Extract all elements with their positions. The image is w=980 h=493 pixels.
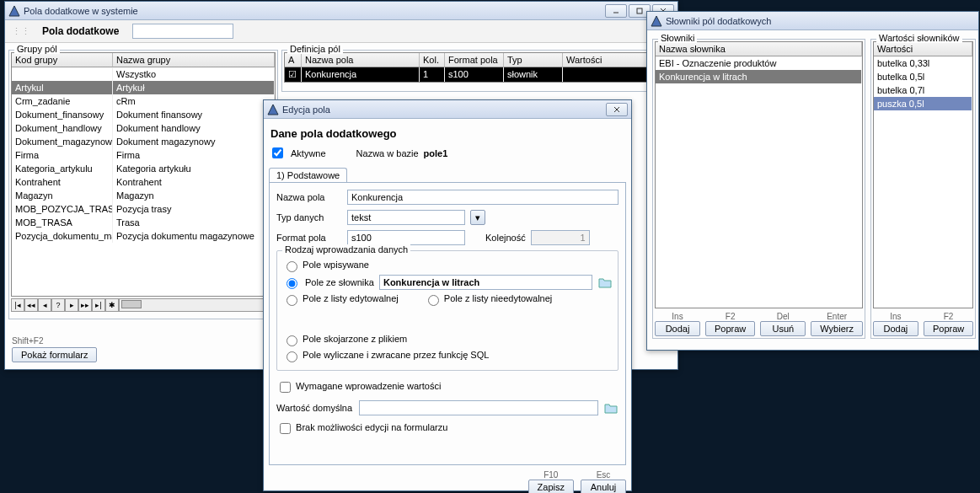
table-row[interactable]: Dokument_handlowyDokument handlowy bbox=[12, 121, 275, 135]
lbl-name: Nazwa pola bbox=[276, 192, 342, 202]
name-db-label: Nazwa w bazie bbox=[356, 148, 419, 158]
dictionary-value[interactable] bbox=[379, 275, 592, 290]
order-input bbox=[531, 230, 590, 245]
section-label: Pola dodatkowe bbox=[35, 24, 126, 39]
col-nazwa[interactable]: Nazwa grupy bbox=[113, 53, 275, 67]
list-item[interactable]: butelka 0,7l bbox=[874, 83, 972, 97]
list-item[interactable]: butelka 0,33l bbox=[874, 56, 972, 70]
values-grid[interactable]: Wartości butelka 0,33lbutelka 0,5lbutelk… bbox=[873, 41, 973, 308]
close-button[interactable] bbox=[606, 103, 628, 116]
delete-button[interactable]: Usuń bbox=[760, 321, 806, 336]
groups-grid[interactable]: Kod grupy Nazwa grupy WszystkoArtykulArt… bbox=[11, 52, 276, 297]
list-item[interactable]: EBI - Oznaczenie produktów bbox=[656, 56, 862, 70]
table-row[interactable]: Crm_zadaniecRm bbox=[12, 94, 275, 108]
def-legend: Definicja pól bbox=[287, 44, 343, 54]
list-item[interactable]: Konkurencja w litrach bbox=[656, 70, 862, 83]
table-row[interactable]: FirmaFirma bbox=[12, 148, 275, 162]
svg-marker-8 bbox=[651, 16, 661, 26]
list-item[interactable]: puszka 0,5l bbox=[874, 97, 972, 110]
cancel-button[interactable]: Anuluj bbox=[581, 480, 626, 493]
required-checkbox[interactable] bbox=[280, 382, 291, 393]
window-dictionaries: Słowniki pól dodatkowych Słowniki Nazwa … bbox=[646, 11, 979, 351]
edit-button[interactable]: Popraw bbox=[924, 321, 973, 336]
lbl-order: Kolejność bbox=[485, 233, 526, 243]
radio-list-noedit[interactable] bbox=[428, 295, 439, 306]
window-edit-field: Edycja pola Dane pola dodatkowego Aktywn… bbox=[263, 99, 632, 491]
table-row[interactable]: Kategoria_artykuluKategoria artykułu bbox=[12, 162, 275, 175]
name-db-value: pole1 bbox=[424, 148, 448, 158]
hint-shiftf2: Shift+F2 bbox=[12, 336, 97, 346]
app-icon bbox=[8, 5, 20, 17]
table-row[interactable]: Pozycja_dokumentu_maPozycja dokumentu ma… bbox=[12, 229, 275, 243]
add-button[interactable]: Dodaj bbox=[873, 321, 918, 336]
dialog-header: Dane pola dodatkowego bbox=[270, 127, 626, 140]
active-checkbox[interactable] bbox=[272, 147, 283, 158]
window-title: Pola dodatkowe w systemie bbox=[24, 6, 605, 16]
titlebar[interactable]: Słowniki pól dodatkowych bbox=[647, 12, 978, 30]
field-name-input[interactable] bbox=[347, 190, 619, 205]
show-form-button[interactable]: Pokaż formularz bbox=[12, 347, 97, 362]
groups-legend: Grupy pól bbox=[14, 44, 60, 54]
table-row[interactable]: MOB_TRASATrasa bbox=[12, 216, 275, 229]
folder-icon[interactable] bbox=[597, 276, 613, 289]
folder-icon[interactable] bbox=[603, 401, 619, 415]
svg-marker-0 bbox=[9, 6, 19, 16]
radio-typed[interactable] bbox=[287, 261, 297, 272]
def-row[interactable]: ☑ Konkurencja 1 s100 słownik bbox=[285, 67, 671, 82]
dict-legend: Słowniki bbox=[658, 33, 697, 43]
lbl-type: Typ danych bbox=[276, 212, 342, 222]
app-icon bbox=[267, 104, 279, 115]
lbl-default: Wartość domyślna bbox=[276, 403, 354, 413]
lbl-format: Format pola bbox=[276, 233, 342, 243]
filter-input[interactable] bbox=[132, 24, 233, 39]
svg-marker-5 bbox=[268, 104, 278, 115]
radio-list-edit[interactable] bbox=[287, 295, 297, 306]
table-row[interactable]: Dokument_finansowyDokument finansowy bbox=[12, 108, 275, 121]
svg-rect-2 bbox=[637, 8, 642, 13]
add-button[interactable]: Dodaj bbox=[655, 321, 700, 336]
radio-dictionary[interactable] bbox=[287, 278, 297, 289]
list-item[interactable]: butelka 0,5l bbox=[874, 70, 972, 83]
active-label: Aktywne bbox=[291, 148, 326, 158]
table-row[interactable]: KontrahentKontrahent bbox=[12, 175, 275, 189]
dict-grid[interactable]: Nazwa słownika EBI - Oznaczenie produktó… bbox=[655, 41, 863, 308]
save-button[interactable]: Zapisz bbox=[528, 480, 574, 493]
select-button[interactable]: Wybierz bbox=[811, 321, 863, 336]
radio-sql[interactable] bbox=[287, 351, 297, 362]
format-input[interactable] bbox=[347, 230, 465, 245]
grid-navigator[interactable]: |◂◂◂◂?▸▸▸▸|✱ bbox=[11, 298, 276, 312]
noedit-checkbox[interactable] bbox=[280, 423, 291, 434]
table-row[interactable]: Wszystko bbox=[12, 67, 275, 81]
table-row[interactable]: Dokument_magazynowyDokument magazynowy bbox=[12, 135, 275, 148]
minimize-button[interactable] bbox=[605, 4, 627, 18]
default-value-input[interactable] bbox=[359, 400, 598, 415]
values-legend: Wartości słowników bbox=[876, 33, 962, 43]
type-select[interactable] bbox=[347, 210, 465, 225]
titlebar[interactable]: Edycja pola bbox=[264, 100, 631, 119]
titlebar[interactable]: Pola dodatkowe w systemie bbox=[5, 2, 677, 20]
window-title: Słowniki pól dodatkowych bbox=[666, 16, 975, 26]
table-row[interactable]: MOB_POZYCJA_TRASYPozycja trasy bbox=[12, 202, 275, 216]
dropdown-icon[interactable]: ▾ bbox=[470, 210, 485, 225]
window-title: Edycja pola bbox=[282, 104, 606, 115]
col-kod[interactable]: Kod grupy bbox=[12, 53, 113, 67]
def-grid[interactable]: A Nazwa pola Kol. Format pola Typ Wartoś… bbox=[284, 52, 672, 83]
table-row[interactable]: MagazynMagazyn bbox=[12, 189, 275, 202]
edit-button[interactable]: Popraw bbox=[705, 321, 755, 336]
app-icon bbox=[651, 15, 662, 27]
radio-file[interactable] bbox=[287, 335, 297, 346]
table-row[interactable]: ArtykulArtykuł bbox=[12, 81, 275, 94]
tab-basic[interactable]: 1) Podstawowe bbox=[269, 168, 347, 182]
rgroup-legend: Rodzaj wprowadzania danych bbox=[282, 244, 410, 255]
